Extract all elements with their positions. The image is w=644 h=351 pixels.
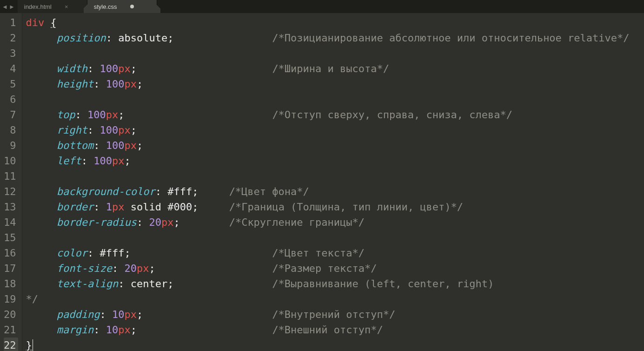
code-line: } xyxy=(26,338,630,351)
code-line: border-radius: 20px; /*Скругление границ… xyxy=(26,215,630,230)
line-number: 5 xyxy=(4,76,16,92)
code-line: left: 100px; xyxy=(26,153,630,169)
close-icon[interactable]: × xyxy=(65,3,68,10)
tab-bar: ◄ ► index.html × style.css xyxy=(0,0,644,13)
code-editor[interactable]: 12345678910111213141516171819202122 div … xyxy=(0,13,644,351)
code-line: padding: 10px; /*Внутрений отступ*/ xyxy=(26,307,630,322)
nav-back-icon[interactable]: ◄ xyxy=(2,4,8,10)
line-number: 19 xyxy=(4,291,16,307)
line-number: 18 xyxy=(4,276,16,291)
code-line xyxy=(26,169,630,184)
line-number: 7 xyxy=(4,107,16,122)
line-number: 1 xyxy=(4,15,16,30)
line-number: 4 xyxy=(4,61,16,76)
code-line: top: 100px; /*Отступ сверху, справа, сни… xyxy=(26,107,630,122)
line-number: 13 xyxy=(4,199,16,215)
line-number: 21 xyxy=(4,322,16,338)
line-number: 9 xyxy=(4,138,16,153)
code-line: position: absolute; /*Позицианирование а… xyxy=(26,30,630,46)
code-line: margin: 10px; /*Внешний отступ*/ xyxy=(26,322,630,338)
tab-style-css[interactable]: style.css xyxy=(87,0,157,13)
nav-forward-icon[interactable]: ► xyxy=(9,4,15,10)
line-number: 10 xyxy=(4,153,16,169)
unsaved-indicator-icon xyxy=(130,5,134,8)
line-number: 17 xyxy=(4,261,16,276)
tab-title: index.html xyxy=(24,3,52,10)
code-line xyxy=(26,230,630,245)
line-number: 6 xyxy=(4,92,16,107)
code-line: color: #fff; /*Цвет текста*/ xyxy=(26,245,630,261)
code-line: bottom: 100px; xyxy=(26,138,630,153)
line-number: 12 xyxy=(4,184,16,199)
code-line: text-align: center; /*Выравнивание (left… xyxy=(26,276,630,291)
tab-history-nav: ◄ ► xyxy=(0,0,18,13)
code-line: height: 100px; xyxy=(26,76,630,92)
tab-index-html[interactable]: index.html × xyxy=(18,0,87,13)
line-number: 8 xyxy=(4,122,16,138)
code-line: right: 100px; xyxy=(26,122,630,138)
line-number: 15 xyxy=(4,230,16,245)
line-number: 20 xyxy=(4,307,16,322)
line-number: 14 xyxy=(4,215,16,230)
code-line: */ xyxy=(26,291,630,307)
line-number: 11 xyxy=(4,169,16,184)
code-line: font-size: 20px; /*Размер текста*/ xyxy=(26,261,630,276)
line-number: 2 xyxy=(4,30,16,46)
code-line: background-color: #fff; /*Цвет фона*/ xyxy=(26,184,630,199)
line-number: 3 xyxy=(4,46,16,61)
line-number: 22 xyxy=(4,338,18,351)
tab-title: style.css xyxy=(94,3,117,10)
code-area[interactable]: div { position: absolute; /*Позицианиров… xyxy=(22,13,630,351)
code-line xyxy=(26,92,630,107)
code-line: width: 100px; /*Ширина и высота*/ xyxy=(26,61,630,76)
code-line: div { xyxy=(26,15,630,30)
code-line: border: 1px solid #000; /*Граница (Толщи… xyxy=(26,199,630,215)
line-number-gutter: 12345678910111213141516171819202122 xyxy=(0,13,22,351)
code-line xyxy=(26,46,630,61)
line-number: 16 xyxy=(4,245,16,261)
